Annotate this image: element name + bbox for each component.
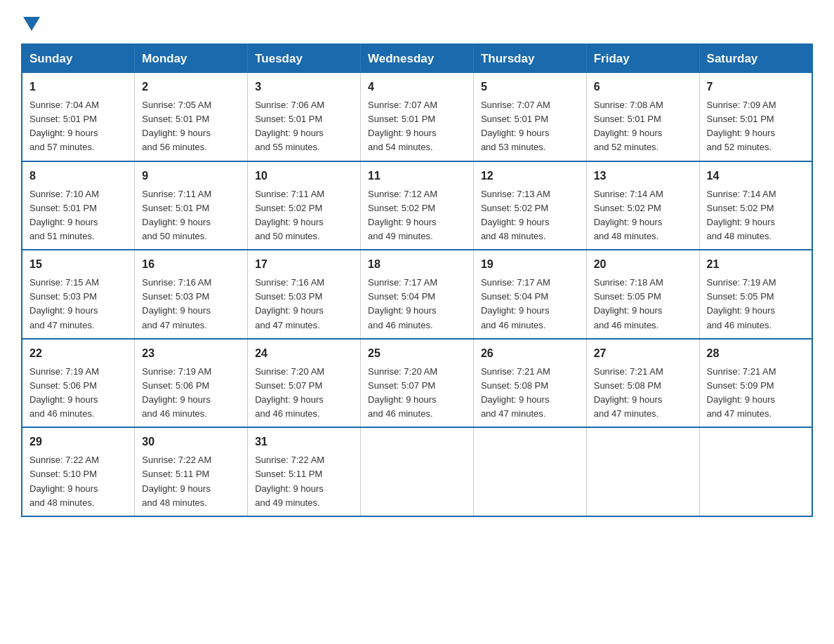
day-number: 4 (368, 79, 466, 95)
day-info: Sunrise: 7:16 AMSunset: 5:03 PMDaylight:… (255, 277, 324, 330)
day-info: Sunrise: 7:11 AMSunset: 5:02 PMDaylight:… (255, 189, 324, 241)
day-number: 2 (142, 79, 240, 95)
weekday-header-tuesday: Tuesday (248, 44, 361, 73)
weekday-header-friday: Friday (586, 44, 699, 73)
calendar-day-cell: 28Sunrise: 7:21 AMSunset: 5:09 PMDayligh… (699, 339, 812, 428)
calendar-day-cell: 3Sunrise: 7:06 AMSunset: 5:01 PMDaylight… (248, 73, 361, 161)
day-info: Sunrise: 7:20 AMSunset: 5:07 PMDaylight:… (368, 366, 437, 419)
day-info: Sunrise: 7:07 AMSunset: 5:01 PMDaylight:… (481, 100, 550, 152)
day-info: Sunrise: 7:21 AMSunset: 5:08 PMDaylight:… (594, 366, 663, 419)
calendar-day-cell: 29Sunrise: 7:22 AMSunset: 5:10 PMDayligh… (22, 427, 135, 516)
day-number: 26 (481, 345, 579, 362)
day-number: 12 (481, 168, 579, 185)
day-number: 20 (594, 256, 692, 273)
day-info: Sunrise: 7:11 AMSunset: 5:01 PMDaylight:… (142, 189, 211, 241)
day-info: Sunrise: 7:19 AMSunset: 5:05 PMDaylight:… (707, 277, 776, 330)
calendar-day-cell: 22Sunrise: 7:19 AMSunset: 5:06 PMDayligh… (22, 339, 135, 428)
day-number: 6 (594, 79, 692, 95)
calendar-day-cell: 16Sunrise: 7:16 AMSunset: 5:03 PMDayligh… (135, 250, 248, 339)
calendar-day-cell: 27Sunrise: 7:21 AMSunset: 5:08 PMDayligh… (586, 339, 699, 428)
calendar-day-cell (586, 427, 699, 516)
day-info: Sunrise: 7:13 AMSunset: 5:02 PMDaylight:… (481, 189, 550, 241)
calendar-day-cell: 8Sunrise: 7:10 AMSunset: 5:01 PMDaylight… (22, 161, 135, 250)
day-info: Sunrise: 7:22 AMSunset: 5:10 PMDaylight:… (29, 455, 99, 507)
day-number: 18 (368, 256, 466, 273)
calendar-day-cell: 2Sunrise: 7:05 AMSunset: 5:01 PMDaylight… (135, 73, 248, 161)
day-number: 31 (255, 434, 353, 450)
calendar-day-cell: 19Sunrise: 7:17 AMSunset: 5:04 PMDayligh… (473, 250, 586, 339)
day-info: Sunrise: 7:08 AMSunset: 5:01 PMDaylight:… (594, 100, 663, 152)
day-number: 23 (142, 345, 240, 362)
day-info: Sunrise: 7:21 AMSunset: 5:09 PMDaylight:… (707, 366, 776, 419)
weekday-header-thursday: Thursday (473, 44, 586, 73)
calendar-day-cell: 14Sunrise: 7:14 AMSunset: 5:02 PMDayligh… (699, 161, 812, 250)
calendar-week-row: 1Sunrise: 7:04 AMSunset: 5:01 PMDaylight… (22, 73, 812, 161)
day-info: Sunrise: 7:18 AMSunset: 5:05 PMDaylight:… (594, 277, 663, 330)
calendar-week-row: 8Sunrise: 7:10 AMSunset: 5:01 PMDaylight… (22, 161, 812, 250)
day-info: Sunrise: 7:19 AMSunset: 5:06 PMDaylight:… (29, 366, 99, 419)
calendar-day-cell (361, 427, 474, 516)
day-number: 27 (594, 345, 692, 362)
calendar-day-cell: 15Sunrise: 7:15 AMSunset: 5:03 PMDayligh… (22, 250, 135, 339)
calendar-week-row: 15Sunrise: 7:15 AMSunset: 5:03 PMDayligh… (22, 250, 812, 339)
calendar-day-cell: 7Sunrise: 7:09 AMSunset: 5:01 PMDaylight… (699, 73, 812, 161)
day-number: 28 (707, 345, 805, 362)
day-number: 17 (255, 256, 353, 273)
day-info: Sunrise: 7:06 AMSunset: 5:01 PMDaylight:… (255, 100, 324, 152)
day-number: 1 (29, 79, 127, 95)
calendar-day-cell: 6Sunrise: 7:08 AMSunset: 5:01 PMDaylight… (586, 73, 699, 161)
day-info: Sunrise: 7:05 AMSunset: 5:01 PMDaylight:… (142, 100, 211, 152)
day-info: Sunrise: 7:15 AMSunset: 5:03 PMDaylight:… (29, 277, 99, 330)
calendar-day-cell: 5Sunrise: 7:07 AMSunset: 5:01 PMDaylight… (473, 73, 586, 161)
day-number: 13 (594, 168, 692, 185)
day-info: Sunrise: 7:10 AMSunset: 5:01 PMDaylight:… (29, 189, 99, 241)
day-info: Sunrise: 7:17 AMSunset: 5:04 PMDaylight:… (368, 277, 437, 330)
day-number: 30 (142, 434, 240, 450)
calendar-day-cell: 9Sunrise: 7:11 AMSunset: 5:01 PMDaylight… (135, 161, 248, 250)
calendar-day-cell: 17Sunrise: 7:16 AMSunset: 5:03 PMDayligh… (248, 250, 361, 339)
calendar-table: SundayMondayTuesdayWednesdayThursdayFrid… (21, 43, 813, 517)
calendar-day-cell: 30Sunrise: 7:22 AMSunset: 5:11 PMDayligh… (135, 427, 248, 516)
calendar-week-row: 29Sunrise: 7:22 AMSunset: 5:10 PMDayligh… (22, 427, 812, 516)
day-info: Sunrise: 7:12 AMSunset: 5:02 PMDaylight:… (368, 189, 437, 241)
day-number: 14 (707, 168, 805, 185)
calendar-day-cell: 10Sunrise: 7:11 AMSunset: 5:02 PMDayligh… (248, 161, 361, 250)
day-number: 29 (29, 434, 127, 450)
day-info: Sunrise: 7:04 AMSunset: 5:01 PMDaylight:… (29, 100, 99, 152)
calendar-day-cell: 12Sunrise: 7:13 AMSunset: 5:02 PMDayligh… (473, 161, 586, 250)
day-number: 11 (368, 168, 466, 185)
calendar-day-cell (473, 427, 586, 516)
day-number: 21 (707, 256, 805, 273)
calendar-day-cell: 4Sunrise: 7:07 AMSunset: 5:01 PMDaylight… (361, 73, 474, 161)
calendar-day-cell: 26Sunrise: 7:21 AMSunset: 5:08 PMDayligh… (473, 339, 586, 428)
day-number: 5 (481, 79, 579, 95)
weekday-header-row: SundayMondayTuesdayWednesdayThursdayFrid… (22, 44, 812, 73)
weekday-header-monday: Monday (135, 44, 248, 73)
calendar-day-cell: 25Sunrise: 7:20 AMSunset: 5:07 PMDayligh… (361, 339, 474, 428)
day-number: 25 (368, 345, 466, 362)
day-info: Sunrise: 7:09 AMSunset: 5:01 PMDaylight:… (707, 100, 776, 152)
weekday-header-sunday: Sunday (22, 44, 135, 73)
calendar-day-cell: 24Sunrise: 7:20 AMSunset: 5:07 PMDayligh… (248, 339, 361, 428)
day-number: 15 (29, 256, 127, 273)
calendar-day-cell: 11Sunrise: 7:12 AMSunset: 5:02 PMDayligh… (361, 161, 474, 250)
day-info: Sunrise: 7:22 AMSunset: 5:11 PMDaylight:… (255, 455, 324, 507)
day-info: Sunrise: 7:14 AMSunset: 5:02 PMDaylight:… (707, 189, 776, 241)
day-info: Sunrise: 7:19 AMSunset: 5:06 PMDaylight:… (142, 366, 211, 419)
day-info: Sunrise: 7:22 AMSunset: 5:11 PMDaylight:… (142, 455, 211, 507)
calendar-day-cell: 1Sunrise: 7:04 AMSunset: 5:01 PMDaylight… (22, 73, 135, 161)
day-number: 3 (255, 79, 353, 95)
day-info: Sunrise: 7:07 AMSunset: 5:01 PMDaylight:… (368, 100, 437, 152)
day-number: 7 (707, 79, 805, 95)
day-number: 19 (481, 256, 579, 273)
calendar-day-cell: 21Sunrise: 7:19 AMSunset: 5:05 PMDayligh… (699, 250, 812, 339)
calendar-day-cell: 20Sunrise: 7:18 AMSunset: 5:05 PMDayligh… (586, 250, 699, 339)
day-number: 22 (29, 345, 127, 362)
weekday-header-saturday: Saturday (699, 44, 812, 73)
day-number: 8 (29, 168, 127, 185)
day-number: 16 (142, 256, 240, 273)
day-info: Sunrise: 7:17 AMSunset: 5:04 PMDaylight:… (481, 277, 550, 330)
calendar-week-row: 22Sunrise: 7:19 AMSunset: 5:06 PMDayligh… (22, 339, 812, 428)
calendar-day-cell: 13Sunrise: 7:14 AMSunset: 5:02 PMDayligh… (586, 161, 699, 250)
logo (21, 14, 40, 29)
